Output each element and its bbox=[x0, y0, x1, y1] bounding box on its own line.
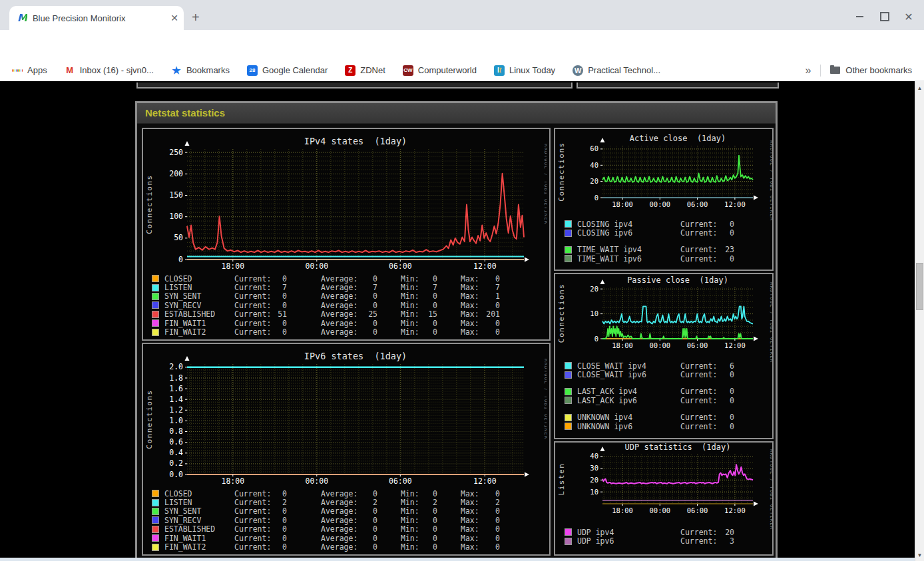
scrollbar-down-arrow[interactable]: ▼ bbox=[915, 552, 924, 558]
legend-stat-label: Current: bbox=[234, 301, 272, 310]
legend-label: SYN_SENT bbox=[164, 506, 234, 516]
bookmark-label: Computerworld bbox=[418, 65, 477, 75]
svg-text:60: 60 bbox=[590, 144, 598, 152]
legend-swatch bbox=[565, 397, 572, 404]
other-bookmarks-label[interactable]: Other bookmarks bbox=[845, 65, 912, 75]
other-bookmarks-folder-icon bbox=[830, 67, 840, 74]
legend-stat-label: Min: bbox=[401, 274, 423, 283]
active-close-graph[interactable]: 020406018:0000:0006:0012:00Active close … bbox=[554, 128, 774, 271]
bookmark-linux-today[interactable]: ltLinux Today bbox=[494, 65, 555, 76]
ipv6-states-graph[interactable]: 0.00.20.40.60.81.01.21.41.61.82.018:0000… bbox=[142, 343, 551, 556]
svg-text:18:00: 18:00 bbox=[612, 200, 633, 208]
legend-stat-value: 2 bbox=[363, 498, 377, 507]
legend-stat-value: 0 bbox=[363, 542, 377, 552]
svg-text:12:00: 12:00 bbox=[724, 200, 746, 208]
legend-stat-label: Current: bbox=[680, 413, 717, 422]
bookmark-practical-technology[interactable]: WPractical Technol... bbox=[573, 65, 660, 76]
svg-text:100: 100 bbox=[169, 212, 183, 221]
legend-stat-label: Min: bbox=[401, 524, 423, 534]
svg-text:18:00: 18:00 bbox=[221, 262, 244, 271]
bookmark-google-calendar[interactable]: 28Google Calendar bbox=[247, 65, 328, 76]
legend-stat-label: Max: bbox=[461, 319, 483, 328]
legend-stat-value: 0 bbox=[272, 489, 287, 498]
browser-tab[interactable]: M Blue Precision Monitorix ✕ bbox=[9, 6, 184, 30]
svg-text:06:00: 06:00 bbox=[389, 262, 412, 271]
window-maximize-button[interactable] bbox=[879, 11, 891, 23]
svg-text:06:00: 06:00 bbox=[687, 200, 708, 208]
legend-row: SYN_RECVCurrent:0Average:0Min:0Max:0 bbox=[143, 516, 549, 524]
legend-stat-value: 0 bbox=[363, 516, 377, 525]
legend-stat-value: 0 bbox=[272, 542, 287, 552]
passive-close-legend: CLOSE_WAIT ipv4Current:6CLOSE_WAIT ipv6C… bbox=[555, 361, 772, 431]
new-tab-button[interactable]: + bbox=[192, 11, 200, 24]
bookmarks-overflow-chevron[interactable]: » bbox=[805, 65, 811, 77]
b-gmail-icon: M bbox=[65, 65, 75, 76]
legend-label: SYN_RECV bbox=[164, 516, 234, 525]
legend-stat-label: Min: bbox=[401, 516, 423, 525]
b-cal-icon: 28 bbox=[247, 65, 258, 76]
legend-label: FIN_WAIT1 bbox=[164, 319, 234, 328]
b-wp-icon: W bbox=[573, 65, 583, 76]
legend-swatch bbox=[152, 301, 159, 309]
bookmark-label: Practical Technol... bbox=[588, 65, 660, 75]
svg-text:06:00: 06:00 bbox=[687, 341, 708, 349]
legend-stat-label: Average: bbox=[321, 319, 363, 328]
window-close-button[interactable]: ✕ bbox=[903, 11, 915, 23]
legend-swatch bbox=[152, 508, 159, 515]
legend-stat-label: Current: bbox=[234, 516, 272, 525]
legend-stat-value: 0 bbox=[483, 524, 500, 534]
legend-stat-label: Current: bbox=[234, 327, 272, 337]
legend-stat-label: Current: bbox=[680, 254, 717, 264]
legend-swatch bbox=[565, 220, 572, 228]
svg-text:0.8: 0.8 bbox=[169, 427, 183, 436]
bookmark-label: Apps bbox=[27, 65, 47, 75]
legend-stat-label: Current: bbox=[234, 309, 272, 319]
bookmark-zdnet[interactable]: ZZDNet bbox=[345, 65, 385, 76]
window-minimize-button[interactable] bbox=[853, 11, 865, 23]
legend-stat-value: 0 bbox=[423, 301, 437, 310]
legend-stat-value: 0 bbox=[717, 413, 734, 422]
legend-swatch bbox=[152, 311, 159, 318]
passive-close-graph[interactable]: 0102018:0000:0006:0012:00Passive close (… bbox=[554, 273, 774, 439]
bookmarks-separator bbox=[820, 65, 821, 77]
svg-text:UDP statistics (1day): UDP statistics (1day) bbox=[625, 443, 731, 452]
ipv4-states-legend: CLOSEDCurrent:0Average:0Min:0Max:0LISTEN… bbox=[143, 274, 549, 337]
scrollbar-thumb[interactable] bbox=[916, 263, 923, 310]
legend-stat-value: 0 bbox=[272, 524, 287, 534]
legend-row: SYN_SENTCurrent:0Average:0Min:0Max:0 bbox=[143, 507, 549, 516]
legend-stat-label: Average: bbox=[321, 516, 363, 525]
svg-text:0: 0 bbox=[178, 255, 183, 264]
legend-row: UNKNOWN ipv6Current:0 bbox=[555, 422, 772, 431]
legend-label: ESTABLISHED bbox=[164, 524, 234, 534]
svg-text:1.4: 1.4 bbox=[169, 395, 183, 404]
legend-label: SYN_SENT bbox=[164, 291, 234, 301]
page-scrollbar[interactable]: ▲ ▼ bbox=[915, 81, 924, 561]
legend-stat-value: 0 bbox=[272, 274, 287, 283]
svg-text:0.6: 0.6 bbox=[169, 437, 183, 447]
legend-swatch bbox=[152, 284, 159, 291]
udp-statistics-graph[interactable]: 1020304018:0000:0006:0012:00UDP statisti… bbox=[554, 441, 774, 556]
svg-text:1.2: 1.2 bbox=[169, 405, 183, 415]
window-bottom-edge bbox=[0, 558, 915, 561]
legend-stat-label: Average: bbox=[321, 301, 363, 310]
svg-text:40: 40 bbox=[590, 452, 598, 460]
bookmark-apps[interactable]: Apps bbox=[12, 65, 47, 76]
legend-stat-value: 0 bbox=[423, 319, 437, 328]
scrollbar-up-arrow[interactable]: ▲ bbox=[915, 85, 924, 91]
svg-text:00:00: 00:00 bbox=[649, 341, 670, 349]
svg-text:2.0: 2.0 bbox=[169, 362, 183, 371]
legend-row: FIN_WAIT2Current:0Average:0Min:0Max:0 bbox=[143, 542, 549, 551]
tab-title: Blue Precision Monitorix bbox=[33, 13, 166, 23]
svg-text:IPv6 states (1day): IPv6 states (1day) bbox=[304, 351, 407, 361]
svg-text:0.0: 0.0 bbox=[169, 470, 183, 479]
ipv4-states-graph[interactable]: 05010015020025018:0000:0006:0012:00IPv4 … bbox=[142, 128, 551, 341]
bookmark-bookmarks[interactable]: ★Bookmarks bbox=[171, 65, 230, 76]
legend-stat-label: Current: bbox=[234, 319, 272, 328]
bookmark-inbox[interactable]: MInbox (16) - sjvn0... bbox=[65, 65, 154, 76]
svg-text:250: 250 bbox=[169, 148, 183, 157]
legend-stat-label: Current: bbox=[234, 534, 272, 543]
tab-close-icon[interactable]: ✕ bbox=[170, 13, 178, 23]
b-zdnet-icon: Z bbox=[345, 65, 355, 76]
bookmark-computerworld[interactable]: CWComputerworld bbox=[403, 65, 477, 76]
legend-stat-label: Current: bbox=[680, 422, 717, 431]
